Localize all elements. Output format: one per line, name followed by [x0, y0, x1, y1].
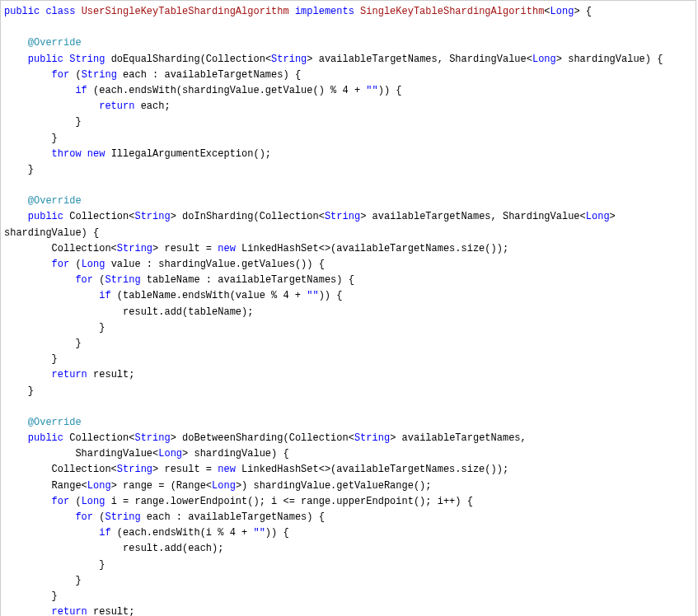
code-line: public Collection<String> doBetweenShard…	[4, 432, 527, 444]
code-line: }	[4, 559, 105, 571]
code-line: return each;	[4, 100, 171, 112]
code-line: }	[4, 353, 58, 365]
code-line: }	[4, 164, 34, 175]
code-line: @Override	[4, 417, 82, 428]
code-line: Collection<String> result = new LinkedHa…	[4, 464, 508, 475]
code-line: ShardingValue<Long> shardingValue) {	[4, 448, 289, 460]
code-line: for (Long value : shardingValue.getValue…	[4, 259, 325, 270]
code-line: if (each.endsWith(shardingValue.getValue…	[4, 85, 402, 96]
code-line: return result;	[4, 606, 134, 616]
code-line: }	[4, 133, 58, 144]
code-line: return result;	[4, 369, 134, 380]
code-block: public class UserSingleKeyTableShardingA…	[0, 0, 696, 616]
code-line: Collection<String> result = new LinkedHa…	[4, 243, 508, 254]
code-line: public Collection<String> doInSharding(C…	[4, 211, 621, 222]
code-line: throw new IllegalArgumentException();	[4, 148, 271, 160]
code-line: Range<Long> range = (Range<Long>) shardi…	[4, 480, 432, 492]
code-line: }	[4, 385, 34, 397]
code-line: for (String tableName : availableTargetN…	[4, 274, 354, 286]
code-line: for (Long i = range.lowerEndpoint(); i <…	[4, 496, 473, 507]
code-line: result.add(tableName);	[4, 306, 253, 318]
code-line: for (String each : availableTargetNames)…	[4, 69, 301, 81]
code-line: }	[4, 590, 58, 602]
code-line: @Override	[4, 37, 82, 49]
code-line: }	[4, 116, 82, 128]
code-line: if (tableName.endsWith(value % 4 + "")) …	[4, 290, 342, 301]
code-line: }	[4, 338, 82, 349]
code-line: for (String each : availableTargetNames)…	[4, 511, 325, 523]
code-line: result.add(each);	[4, 543, 223, 554]
code-line: public String doEqualSharding(Collection…	[4, 54, 663, 65]
code-line: }	[4, 322, 105, 334]
code-line: @Override	[4, 195, 82, 207]
code-line: }	[4, 575, 82, 586]
code-line: shardingValue) {	[4, 227, 99, 239]
code-line: public class UserSingleKeyTableShardingA…	[4, 6, 592, 17]
code-line: if (each.endsWith(i % 4 + "")) {	[4, 527, 289, 539]
